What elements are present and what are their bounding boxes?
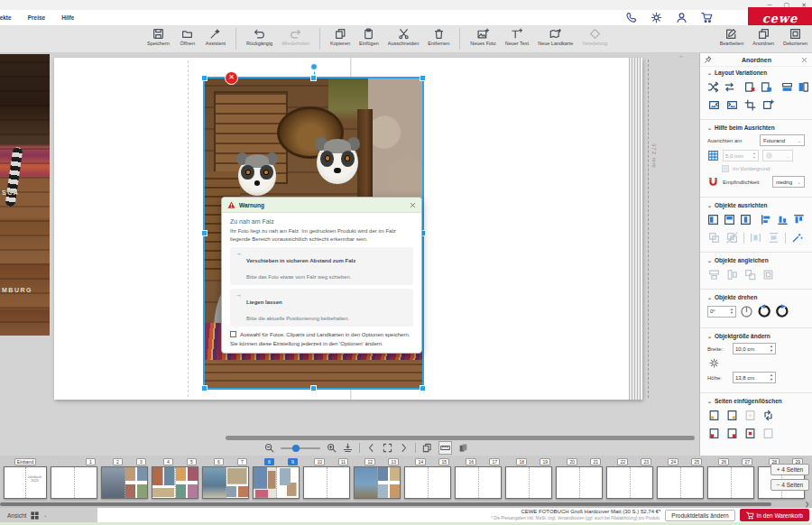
angle-stepper[interactable]: 0°▲▼ [707,306,736,318]
page-tab[interactable]: 8 [264,458,274,465]
resize-handle-nw[interactable] [201,75,208,81]
page-swap-icon[interactable] [761,409,775,422]
page-del-left-icon[interactable] [707,427,721,440]
page-tab[interactable]: 24 [668,458,678,465]
resize-handle-w[interactable] [201,230,208,236]
page-tab[interactable]: 2 [113,458,123,465]
page-align-top-icon[interactable] [724,213,735,226]
filmstrip-spread-24[interactable]: 2425 [657,458,704,499]
filmstrip-spread-14[interactable]: 1415 [404,458,451,499]
zoom-slider-handle[interactable] [292,445,300,452]
duplicate-button[interactable] [422,443,432,453]
filmstrip-spread-1[interactable]: 1 [51,458,97,499]
height-stepper[interactable]: 13,8 cm▲▼ [733,372,776,383]
frame-crop-icon[interactable] [743,98,757,112]
page-del-right-icon[interactable] [725,427,739,440]
filmstrip-scrollbar[interactable]: ❯ [0,501,812,508]
page-tab[interactable]: 7 [237,458,247,465]
layout-rows-icon[interactable] [781,80,793,94]
option-keep-position[interactable]: → Liegen lassen Bitte die aktuelle Posit… [230,289,413,327]
menu-item-projekte[interactable]: Projekte [0,14,12,21]
toolbar-button-decorate[interactable]: Dekorieren [780,26,810,48]
toolbar-button-wand[interactable]: Assistent [203,26,228,48]
option-move-away-from-fold[interactable]: → Verschieben in sicheren Abstand zum Fa… [230,247,413,285]
toolbar-button-edit[interactable]: Bearbeiten [717,26,747,48]
page-tab[interactable]: 25 [691,458,702,465]
page-tab[interactable]: 26 [718,458,729,465]
page-tab[interactable]: 21 [590,458,601,465]
resize-handle-sw[interactable] [201,385,208,391]
delete-photo-button[interactable]: ✕ [225,71,238,85]
gear-icon[interactable] [651,12,662,23]
page-del-both-icon[interactable] [743,427,757,440]
align-top-icon[interactable] [793,213,805,226]
resize-handle-n[interactable] [310,75,317,81]
filmstrip-spread-20[interactable]: 2021 [556,458,603,499]
page-tab[interactable]: 22 [617,458,628,465]
cover-tab[interactable]: Einband [14,458,36,465]
zoom-out-button[interactable] [264,443,274,453]
page-tab[interactable]: 19 [540,458,550,465]
page-tab[interactable]: 16 [466,458,476,465]
toolbar-button-photo-add[interactable]: Neues Foto [467,26,498,48]
toolbar-button-save[interactable]: Speichern [144,26,172,48]
filmstrip-spread-2[interactable]: 23 [101,458,148,499]
menu-item-hilfe[interactable]: Hilfe [61,14,74,21]
page-tab[interactable]: 15 [438,458,449,465]
horizontal-scrollbar[interactable] [226,436,695,440]
expand-button[interactable] [383,443,392,453]
align-at-select[interactable]: Fotorand⌄ [760,134,805,146]
add-to-cart-button[interactable]: In den Warenkorb [740,509,809,521]
collapse-chevron-icon[interactable]: ⌃ [678,55,684,62]
frame-add-icon[interactable] [761,98,775,112]
page-add-right-icon[interactable] [725,409,739,422]
rotate-cw-icon[interactable] [775,304,789,318]
page-align-left-icon[interactable] [707,213,719,226]
pin-icon[interactable] [705,56,712,63]
cart-icon[interactable] [701,12,713,23]
layout-save-icon[interactable] [761,80,772,94]
page-tab[interactable]: 9 [288,458,298,465]
filmstrip-spread-8[interactable]: 89 [253,458,300,499]
page-tab[interactable]: 20 [567,458,577,465]
filmstrip-spread-6[interactable]: 67 [202,458,249,499]
page-tab[interactable]: 3 [136,458,146,465]
swap-icon[interactable] [724,80,735,94]
zoom-slider[interactable] [281,447,320,449]
layout-delete-icon[interactable] [744,80,756,94]
page-add-left-icon[interactable] [707,409,721,422]
add-pages-button[interactable]: + 4 Seiten [770,464,809,475]
resize-handle-se[interactable] [420,385,426,391]
grid-icon[interactable] [707,150,719,161]
page-tab[interactable]: 10 [314,458,325,465]
toolbar-button-arrange[interactable]: Anordnen [750,26,777,48]
filmstrip-spread-16[interactable]: 1617 [455,458,502,499]
page-tab[interactable]: 11 [338,458,348,465]
rotate-ccw-icon[interactable] [757,304,771,318]
page-tab[interactable]: 1 [86,458,96,465]
toolbar-button-folder[interactable]: Öffnen [176,26,199,48]
toolbar-button-trash[interactable]: Entfernen [425,26,452,48]
view-mode-control[interactable]: Ansicht ⌄ [0,508,97,522]
rotate-handle[interactable] [310,63,318,70]
chevron-right-button[interactable] [399,443,409,453]
page-tab[interactable]: 6 [214,458,224,465]
fit-button[interactable] [343,443,353,453]
magic-icon[interactable] [790,231,804,244]
magnet-icon[interactable] [707,176,719,188]
previous-page-photo[interactable]: SCA MBURG [0,54,50,336]
img-right-icon[interactable] [725,98,739,112]
align-bottom-icon[interactable] [777,213,789,226]
page-tab[interactable]: 18 [516,458,527,465]
page-align-center-icon[interactable] [740,213,752,226]
toolbar-button-undo[interactable]: Rückgängig [244,26,275,48]
align-left-icon[interactable] [761,213,772,226]
layout-book-icon[interactable] [798,80,809,94]
page-tab[interactable]: 5 [187,458,197,465]
zoom-in-button[interactable] [327,443,337,453]
sensitivity-select[interactable]: niedrig⌄ [772,176,805,188]
toolbar-button-paste[interactable]: Einfügen [356,26,382,48]
filmstrip-cover[interactable]: EinbandJahrbuch 2023 [4,458,47,499]
remove-pages-button[interactable]: − 4 Seiten [770,479,809,491]
close-icon[interactable] [410,202,416,208]
